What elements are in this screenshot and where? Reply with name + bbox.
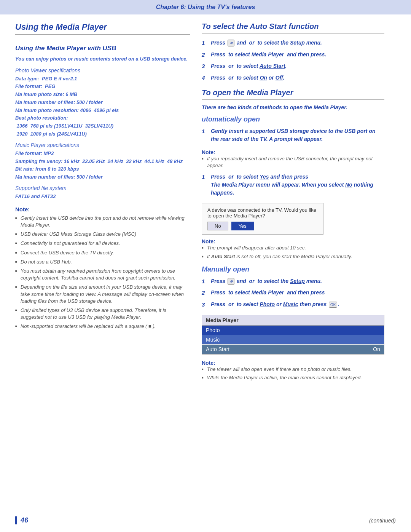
spec-item: Ma imum number of files: 500 / folder xyxy=(15,99,190,107)
note-list: Gently insert the USB device into the po… xyxy=(15,215,190,330)
dialog-box: A device was connected to the TV. Would … xyxy=(202,203,323,235)
open-media-player-title: To open the Media Player xyxy=(202,88,384,100)
list-item: Non-supported characters will be replace… xyxy=(15,323,190,330)
media-player-table: Media Player Photo Music Auto Start On xyxy=(202,315,384,355)
note-heading: Note: xyxy=(15,206,190,212)
mp-row-photo: Photo xyxy=(202,326,384,335)
note-item: If Auto Start is set to off, you can sta… xyxy=(202,253,384,260)
end-note-title: Note: xyxy=(202,360,384,366)
list-item: Press to select Media Player and then pr… xyxy=(202,289,384,297)
open-intro: There are two kinds of methods to open t… xyxy=(202,104,384,112)
manually-open-label: Manually open xyxy=(202,265,384,273)
list-item: Connect the USB device to the TV directl… xyxy=(15,249,190,256)
list-item: Press or to select Photo or Music then p… xyxy=(202,300,384,309)
dialog-text: A device was connected to the TV. Would … xyxy=(207,207,318,219)
auto-open-step2-list: Press or to select Yes and then press Th… xyxy=(202,173,384,197)
note-title: Note: xyxy=(202,149,384,155)
spec-item: Ma imum number of files: 500 / folder xyxy=(15,173,190,181)
photo-specs: Data type: PEG E if ver2.1 File format: … xyxy=(15,75,190,138)
manually-open-steps: Press ⚙ and or to select the Setup menu.… xyxy=(202,277,384,309)
chapter-title: Chapter 6: Using the TV's features xyxy=(156,4,255,10)
auto-start-title: To select the Auto Start function xyxy=(202,22,384,34)
auto-open-steps: Gently insert a supported USB storage de… xyxy=(202,127,384,143)
subsection-title: Using the Media Player with USB xyxy=(15,45,190,52)
music-specs: File format: MP3 Sampling fre uency: 16 … xyxy=(15,150,190,181)
spec-item: Data type: PEG E if ver2.1 xyxy=(15,75,190,83)
page-number: 46 xyxy=(21,516,28,524)
end-note-item: While the Media Player is active, the ma… xyxy=(202,374,384,381)
note-item: The prompt will disappear after about 10… xyxy=(202,244,384,251)
spec-item: Ma imum photo resolution: 4096 4096 pi e… xyxy=(15,107,190,115)
mp-row-music: Music xyxy=(202,335,384,345)
spec-item: File format: PEG xyxy=(15,83,190,91)
auto-open-label: utomatically open xyxy=(202,115,384,123)
spec-item: Sampling fre uency: 16 kHz 22.05 kHz 24 … xyxy=(15,158,190,166)
list-item: USB device: USB Mass Storage Class devic… xyxy=(15,231,190,238)
supported-fs-heading: Supported file system xyxy=(15,185,190,191)
spec-item: File format: MP3 xyxy=(15,150,190,158)
list-item: Press ⚙ and or to select the Setup menu. xyxy=(202,39,384,48)
dialog-buttons: No Yes xyxy=(207,222,318,230)
ok-icon: OK xyxy=(329,302,337,308)
list-item: Gently insert a supported USB storage de… xyxy=(202,127,384,143)
list-item: Gently insert the USB device into the po… xyxy=(15,215,190,228)
end-note: Note: The viewer will also open even if … xyxy=(202,360,384,381)
dialog-yes-button[interactable]: Yes xyxy=(231,222,254,230)
end-note-item: The viewer will also open even if there … xyxy=(202,366,384,373)
setup-icon: ⚙ xyxy=(228,278,234,285)
list-item: Connectivity is not guaranteed for all d… xyxy=(15,240,190,247)
continued-text: (continued) xyxy=(369,518,396,524)
music-spec-heading: Music Player specifications xyxy=(15,142,190,148)
spec-item: Bit rate: from 8 to 320 kbps xyxy=(15,165,190,173)
spec-item: 1366 768 pi els (19SLV411U 32SLV411U) xyxy=(15,122,190,130)
spec-item: 1920 1080 pi els (24SLV411U) xyxy=(15,130,190,138)
spec-item: Best photo resolution: xyxy=(15,114,190,122)
list-item: Press or to select Yes and then press Th… xyxy=(202,173,384,197)
list-item: Press or to select On or Off. xyxy=(202,74,384,83)
auto-start-steps: Press ⚙ and or to select the Setup menu.… xyxy=(202,39,384,82)
list-item: You must obtain any required permission … xyxy=(15,268,190,281)
list-item: Press to select Media Player and then pr… xyxy=(202,51,384,59)
supported-fs: FAT16 and FAT32 xyxy=(15,193,190,201)
left-column: Using the Media Player Using the Media P… xyxy=(15,22,190,385)
right-column: To select the Auto Start function Press … xyxy=(202,22,384,385)
spec-item: Ma imum photo size: 6 MB xyxy=(15,91,190,99)
list-item: Do not use a USB Hub. xyxy=(15,259,190,265)
chapter-header: Chapter 6: Using the TV's features xyxy=(0,0,411,14)
list-item: Only limited types of U3 USB device are … xyxy=(15,307,190,321)
list-item: Press ⚙ and or to select the Setup menu. xyxy=(202,277,384,286)
list-item: Depending on the file size and amount in… xyxy=(15,284,190,305)
list-item: Press or to select Auto Start. xyxy=(202,62,384,71)
photo-spec-heading: Photo Viewer specifications xyxy=(15,67,190,73)
dialog-no-button[interactable]: No xyxy=(207,222,228,230)
page-footer: 46 (continued) xyxy=(15,516,396,524)
note-item: If you repeatedly insert and remove the … xyxy=(202,155,384,169)
intro-text: You can enjoy photos or music contents s… xyxy=(15,55,190,63)
auto-open-note: Note: If you repeatedly insert and remov… xyxy=(202,149,384,169)
mp-row-autostart: Auto Start On xyxy=(202,345,384,354)
mp-table-title: Media Player xyxy=(202,315,384,326)
setup-icon: ⚙ xyxy=(228,40,234,46)
section-title: Using the Media Player xyxy=(15,22,190,35)
note-title2: Note: xyxy=(202,238,384,244)
auto-open-note2: Note: The prompt will disappear after ab… xyxy=(202,238,384,260)
